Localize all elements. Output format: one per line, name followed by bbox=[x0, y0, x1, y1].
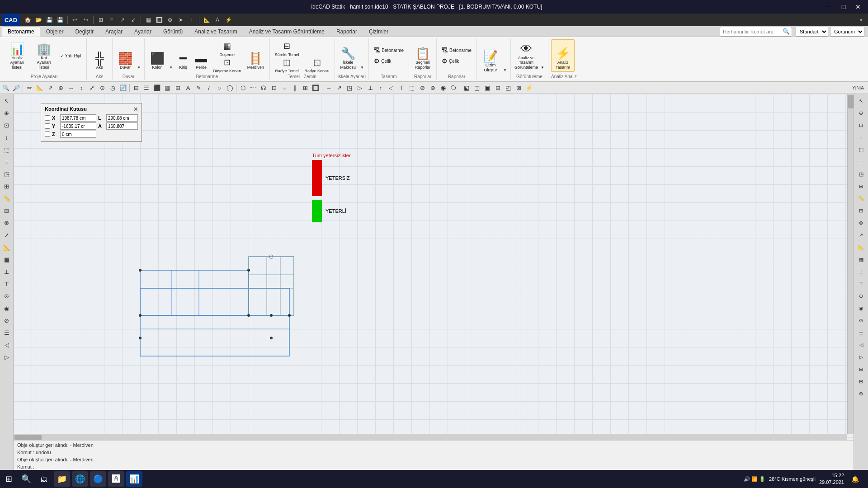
redo-btn[interactable]: ↪ bbox=[81, 15, 91, 25]
coord-z-checkbox[interactable] bbox=[45, 131, 50, 137]
diag3-btn[interactable]: ⬕ bbox=[462, 83, 472, 93]
coord-a-input[interactable] bbox=[106, 122, 138, 130]
grid3-btn[interactable]: ⊞ bbox=[173, 83, 183, 93]
aks-btn[interactable]: ╬ Aks bbox=[90, 39, 109, 72]
cizim-dropdown-btn[interactable]: ▼ bbox=[502, 42, 508, 75]
coord-x-input[interactable] bbox=[60, 114, 96, 122]
task-view-button[interactable]: 🗂 bbox=[37, 471, 52, 487]
search-button[interactable]: 🔍 bbox=[18, 471, 35, 487]
perde-btn[interactable]: ▬ Perde bbox=[193, 39, 210, 72]
list-btn[interactable]: ≡ bbox=[107, 15, 117, 25]
analiz-tasarim-btn[interactable]: ⚡ Analiz Tasarım bbox=[551, 39, 575, 72]
rs-btn-18[interactable]: ◉ bbox=[855, 302, 867, 314]
ls-btn-5[interactable]: ⬚ bbox=[1, 144, 13, 155]
text2-btn[interactable]: A bbox=[183, 83, 193, 93]
ls-btn-3[interactable]: ⊡ bbox=[1, 119, 13, 131]
rs-btn-8[interactable]: ⊞ bbox=[855, 180, 867, 192]
raporlar-celik-btn[interactable]: ⚙ Çelik bbox=[439, 56, 474, 66]
measure-btn[interactable]: 📐 bbox=[202, 15, 212, 25]
ls-btn-12[interactable]: ↗ bbox=[1, 229, 13, 241]
bullseye-btn[interactable]: ◉ bbox=[438, 83, 448, 93]
vscrollbar[interactable] bbox=[847, 94, 854, 434]
cornr2-btn[interactable]: ◰ bbox=[503, 83, 513, 93]
rs-btn-25[interactable]: ⊛ bbox=[855, 388, 867, 399]
circle-btn[interactable]: ⊙ bbox=[97, 83, 107, 93]
kolon-btn[interactable]: ⬛ Kolon bbox=[147, 39, 167, 72]
rs-btn-19[interactable]: ⊘ bbox=[855, 314, 867, 326]
cross3-btn[interactable]: ⊛ bbox=[428, 83, 438, 93]
coord-z-input[interactable] bbox=[60, 131, 96, 138]
right-btn[interactable]: → bbox=[324, 83, 334, 93]
rs-btn-23[interactable]: ⊞ bbox=[855, 363, 867, 375]
rs-btn-11[interactable]: ⊛ bbox=[855, 217, 867, 229]
kiris-btn[interactable]: ━ Kiriş bbox=[175, 39, 192, 72]
doseme-kenari-btn[interactable]: ⊡ Döşeme Kenarı bbox=[211, 56, 244, 71]
undo-btn[interactable]: ↩ bbox=[70, 15, 80, 25]
rs-btn-3[interactable]: ⊡ bbox=[855, 119, 867, 131]
cizim-olustur-btn[interactable]: 📝 Çizim Oluştur bbox=[480, 42, 501, 75]
perp-btn[interactable]: ⊥ bbox=[365, 83, 375, 93]
rs-btn-4[interactable]: ↕ bbox=[855, 131, 867, 143]
ls-btn-1[interactable]: ↖ bbox=[1, 95, 13, 107]
table-btn[interactable]: ▦ bbox=[143, 15, 153, 25]
rs-btn-16[interactable]: ⊤ bbox=[855, 278, 867, 290]
oval-btn[interactable]: ○ bbox=[214, 83, 224, 93]
diag2-btn[interactable]: ↗ bbox=[334, 83, 344, 93]
up2-btn[interactable]: ↑ bbox=[376, 83, 386, 93]
autocad-btn[interactable]: 🅰 bbox=[108, 471, 124, 487]
ls-btn-20[interactable]: ☰ bbox=[1, 327, 13, 338]
ring-btn[interactable]: ❍ bbox=[448, 83, 458, 93]
ls-btn-19[interactable]: ⊘ bbox=[1, 314, 13, 326]
rs-btn-2[interactable]: ⊕ bbox=[855, 107, 867, 119]
rs-btn-20[interactable]: ☰ bbox=[855, 327, 867, 338]
hscrollbar[interactable] bbox=[14, 434, 847, 440]
iskele-makrosu-btn[interactable]: 🔧 İskele Makrosu bbox=[338, 39, 359, 72]
maximize-button[interactable]: □ bbox=[837, 2, 850, 11]
tab-degistir[interactable]: Değiştir bbox=[69, 26, 99, 37]
angle-btn[interactable]: 📐 bbox=[35, 83, 45, 93]
coord-box-close[interactable]: ✕ bbox=[133, 106, 138, 113]
coord-l-input[interactable] bbox=[106, 114, 138, 122]
ls-btn-22[interactable]: ▷ bbox=[1, 351, 13, 363]
rotate-btn[interactable]: ◷ bbox=[108, 83, 118, 93]
circle2-btn[interactable]: ◯ bbox=[225, 83, 235, 93]
ltri-btn[interactable]: ◁ bbox=[386, 83, 396, 93]
vscroll-thumb[interactable] bbox=[848, 95, 854, 108]
zoom-out-btn[interactable]: 🔎 bbox=[11, 83, 21, 93]
rs-btn-6[interactable]: ≡ bbox=[855, 156, 867, 168]
empty-btn[interactable]: ⬚ bbox=[407, 83, 417, 93]
tab-cizimler[interactable]: Çizimler bbox=[363, 26, 394, 37]
vbar-btn[interactable]: ❙ bbox=[290, 83, 300, 93]
ls-btn-18[interactable]: ◉ bbox=[1, 302, 13, 314]
hex-btn[interactable]: ⬡ bbox=[238, 83, 248, 93]
chkd-btn[interactable]: ▣ bbox=[482, 83, 492, 93]
rs-btn-14[interactable]: ▦ bbox=[855, 253, 867, 265]
ls-btn-4[interactable]: ↕ bbox=[1, 131, 13, 143]
rs-btn-21[interactable]: ◁ bbox=[855, 339, 867, 351]
secmeli-raporlar-btn[interactable]: 📋 Seçmeli Raporlar bbox=[412, 39, 434, 72]
cross2-btn[interactable]: ⊘ bbox=[417, 83, 427, 93]
tab-goruntu[interactable]: Görüntü bbox=[157, 26, 189, 37]
doseme-btn[interactable]: ▦ Döşeme bbox=[211, 40, 244, 55]
box-btn[interactable]: ⊞ bbox=[300, 83, 310, 93]
ls-btn-21[interactable]: ◁ bbox=[1, 339, 13, 351]
ls-btn-14[interactable]: ▦ bbox=[1, 253, 13, 265]
coord-y-checkbox[interactable] bbox=[45, 123, 50, 129]
rs-btn-15[interactable]: ⊥ bbox=[855, 266, 867, 277]
rs-btn-1[interactable]: ↖ bbox=[855, 95, 867, 107]
arrow-up-btn[interactable]: ↗ bbox=[118, 15, 127, 25]
ls-btn-16[interactable]: ⊤ bbox=[1, 278, 13, 290]
ls-btn-17[interactable]: ⊙ bbox=[1, 290, 13, 302]
top-btn[interactable]: ⊤ bbox=[396, 83, 406, 93]
close-button[interactable]: ✕ bbox=[852, 2, 864, 11]
merdiven-btn[interactable]: 🪜 Merdiven bbox=[245, 39, 267, 72]
tasarim-celik-btn[interactable]: ⚙ Çelik bbox=[372, 56, 406, 66]
duvar-dropdown-btn[interactable]: ▼ bbox=[136, 39, 142, 72]
ribbon-search-input[interactable] bbox=[720, 27, 792, 37]
yati-rijit-btn[interactable]: ✓ Yatı Rijit bbox=[58, 51, 84, 61]
wave-btn[interactable]: 〰 bbox=[248, 83, 258, 93]
cross-btn[interactable]: ⊕ bbox=[56, 83, 66, 93]
tab-betonarme[interactable]: Betonarme bbox=[2, 26, 40, 37]
pencil-btn[interactable]: ✏ bbox=[24, 83, 34, 93]
rect-btn[interactable]: 🔳 bbox=[154, 15, 164, 25]
